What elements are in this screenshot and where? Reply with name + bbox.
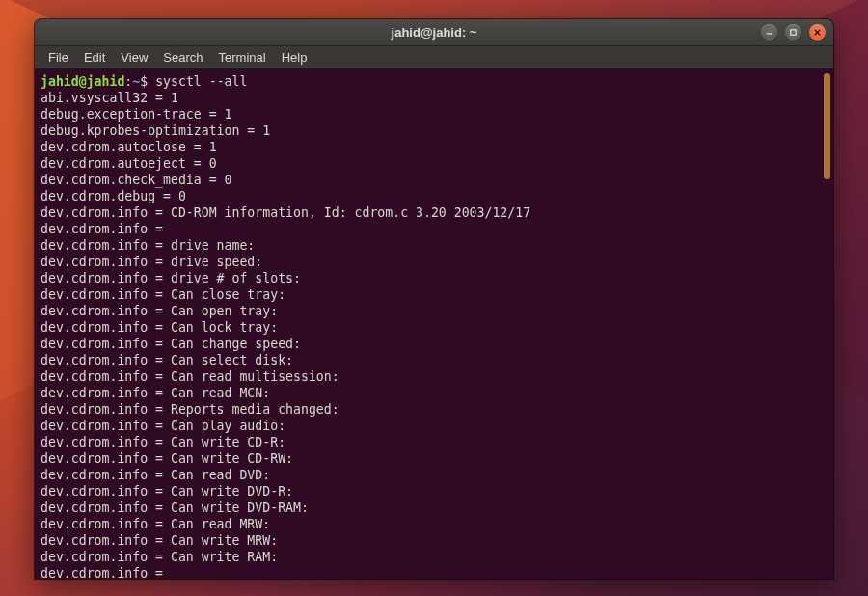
scrollbar-thumb[interactable] — [824, 73, 830, 179]
svg-rect-1 — [791, 30, 796, 35]
command-text: sysctl --all — [155, 74, 247, 89]
menu-search[interactable]: Search — [155, 46, 210, 69]
close-button[interactable] — [809, 24, 826, 41]
window-titlebar[interactable]: jahid@jahid: ~ — [35, 19, 833, 46]
menu-edit[interactable]: Edit — [76, 46, 113, 69]
terminal-viewport[interactable]: jahid@jahid:~$ sysctl --all abi.vsyscall… — [35, 69, 833, 579]
terminal-window: jahid@jahid: ~ File Edit View Search Ter… — [35, 19, 833, 579]
menu-terminal[interactable]: Terminal — [211, 46, 274, 69]
prompt-user-host: jahid@jahid — [41, 74, 124, 89]
terminal-output: abi.vsyscall32 = 1 debug.exception-trace… — [41, 90, 827, 579]
menu-view[interactable]: View — [113, 46, 155, 69]
maximize-button[interactable] — [785, 24, 801, 41]
menu-file[interactable]: File — [41, 46, 76, 69]
prompt-symbol: $ — [140, 74, 148, 89]
window-title: jahid@jahid: ~ — [392, 25, 477, 40]
window-controls — [761, 24, 826, 41]
minimize-button[interactable] — [761, 24, 777, 41]
menubar: File Edit View Search Terminal Help — [35, 46, 833, 69]
menu-help[interactable]: Help — [274, 46, 315, 69]
